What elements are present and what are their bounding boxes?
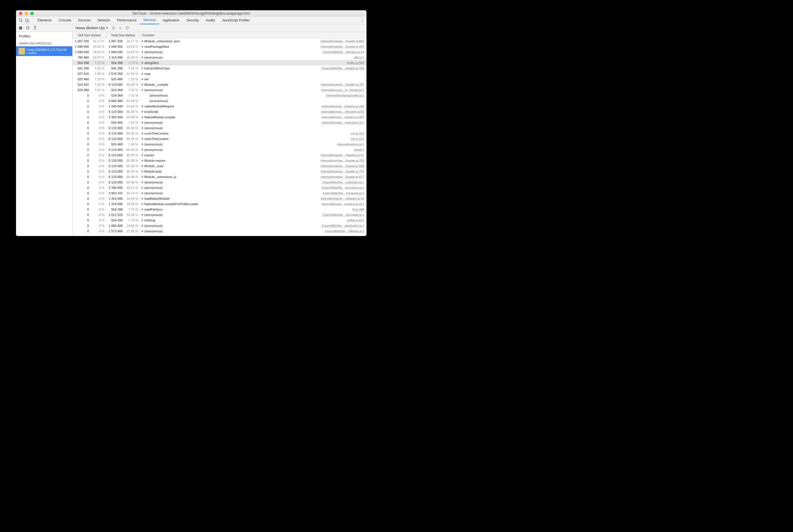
table-row[interactable]: 00 %3 953 19255.14 %(anonymous)/Users/fe… bbox=[73, 190, 367, 196]
tab-audits[interactable]: Audits bbox=[202, 17, 218, 24]
expand-icon[interactable] bbox=[142, 214, 143, 216]
expand-icon[interactable] bbox=[142, 176, 143, 178]
source-link[interactable]: internal/module…/loader.js:723 bbox=[321, 170, 367, 173]
table-row[interactable]: 786 48010.97 %1 314 09618.33 %(anonymous… bbox=[73, 55, 367, 60]
tab-sources[interactable]: Sources bbox=[75, 17, 94, 24]
table-row[interactable]: 00 %6 119 00085.36 %(anonymous)/Users/fe… bbox=[73, 179, 367, 185]
expand-icon[interactable] bbox=[142, 83, 143, 86]
table-row[interactable]: 00 %525 4807.33 %(anonymous)internal/opt… bbox=[73, 141, 367, 147]
source-link[interactable]: internal/module…/helpers.js:19 bbox=[321, 197, 367, 200]
table-row[interactable]: 00 %525 4807.33 %(anonymous)internal/boo… bbox=[73, 120, 367, 125]
source-link[interactable]: internal/bootst…loaders.js:287 bbox=[321, 115, 367, 119]
tab-application[interactable]: Application bbox=[159, 17, 183, 24]
table-row[interactable]: 00 %6 119 00085.36 %runInThisContextvm.j… bbox=[73, 136, 367, 141]
expand-icon[interactable] bbox=[142, 159, 143, 162]
table-row[interactable]: 00 %6 644 48092.69 %(anonymous) bbox=[73, 98, 367, 103]
expand-icon[interactable] bbox=[142, 219, 143, 222]
zoom-window-button[interactable] bbox=[30, 12, 34, 15]
table-row[interactable]: 524 3687.31 %524 3687.31 %(anonymous)int… bbox=[73, 87, 367, 93]
source-link[interactable]: internal/bootst…loaders.js:211 bbox=[321, 202, 367, 206]
source-link[interactable]: /Users/felix/De…s/index.js:158 bbox=[321, 66, 367, 70]
table-row[interactable]: 00 %1 049 84814.64 %nativeModuleRequirei… bbox=[73, 103, 367, 109]
table-row[interactable]: 00 %1 314 09618.33 %NativeModule.compile… bbox=[73, 201, 367, 207]
tab-console[interactable]: Console bbox=[55, 17, 75, 24]
tab-performance[interactable]: Performance bbox=[113, 17, 140, 24]
table-row[interactable]: 1 048 65614.63 %1 048 65614.63 %readPack… bbox=[73, 44, 367, 49]
eye-icon[interactable] bbox=[110, 26, 117, 30]
source-link[interactable]: [eval]:1 bbox=[354, 148, 367, 151]
col-total-size[interactable]: Total Size (bytes) bbox=[106, 32, 140, 38]
table-row[interactable]: 541 2887.55 %541 2887.55 %forEachMimeTyp… bbox=[73, 65, 367, 71]
source-link[interactable]: buffer.js:622 bbox=[347, 218, 367, 222]
table-row[interactable]: 00 %1 611 52022.48 %(anonymous)/Users/fe… bbox=[73, 212, 367, 217]
tab-javascript-profiler[interactable]: JavaScript Profiler bbox=[219, 17, 253, 24]
expand-icon[interactable] bbox=[142, 116, 143, 118]
source-link[interactable]: /Users/felix/De…t/lib/har.js:1 bbox=[325, 229, 367, 233]
refresh-icon[interactable] bbox=[124, 26, 131, 30]
profile-item[interactable]: Heap.20190913.121710.540 Loaded bbox=[16, 46, 72, 56]
table-row[interactable]: 525 4807.33 %525 4807.33 %set bbox=[73, 76, 367, 82]
view-mode-dropdown[interactable]: Heavy (Bottom Up) ▼ bbox=[75, 26, 110, 30]
table-row[interactable]: 00 %524 3687.31 %(anonymous)internal/boo… bbox=[73, 93, 367, 98]
source-link[interactable]: /Users/felix/De…pes/index.js:1 bbox=[321, 224, 367, 227]
more-tabs-icon[interactable]: ⋮ bbox=[359, 18, 365, 23]
table-row[interactable]: 527 6167.36 %1 576 25621.99 %map bbox=[73, 71, 367, 76]
expand-icon[interactable] bbox=[142, 138, 143, 140]
expand-icon[interactable] bbox=[142, 197, 143, 200]
minimize-window-button[interactable] bbox=[24, 12, 28, 15]
source-link[interactable]: vm.js:312 bbox=[351, 132, 367, 135]
source-link[interactable]: internal/options.js:1 bbox=[337, 142, 367, 146]
expand-icon[interactable] bbox=[142, 165, 143, 167]
expand-icon[interactable] bbox=[142, 51, 143, 53]
expand-icon[interactable] bbox=[142, 78, 143, 80]
expand-icon[interactable] bbox=[142, 170, 143, 173]
source-link[interactable]: zlib.js:1 bbox=[354, 56, 367, 59]
source-link[interactable]: internal/proces…xecution.js:55 bbox=[321, 110, 367, 113]
table-row[interactable]: 554 2887.73 %554 2887.73 %stringSlicebuf… bbox=[73, 60, 367, 65]
expand-icon[interactable] bbox=[142, 187, 143, 189]
table-row[interactable]: 00 %1 314 09618.33 %loadNativeModuleinte… bbox=[73, 196, 367, 201]
expand-icon[interactable] bbox=[142, 56, 143, 59]
expand-icon[interactable] bbox=[142, 73, 143, 75]
table-row[interactable]: 00 %6 119 00085.36 %runInThisContextvm.j… bbox=[73, 131, 367, 136]
source-link[interactable]: /Users/felix/De…t/request.js:1 bbox=[323, 191, 367, 195]
source-link[interactable]: /Users/felix/De…ib/cookie.js:1 bbox=[322, 213, 367, 216]
expand-icon[interactable] bbox=[142, 230, 143, 232]
table-row[interactable]: 00 %1 065 60814.86 %(anonymous)/Users/fe… bbox=[73, 223, 367, 228]
expand-icon[interactable] bbox=[142, 127, 143, 129]
clear-button[interactable] bbox=[26, 26, 30, 31]
table-row[interactable]: 00 %6 119 00085.36 %Module._loadinternal… bbox=[73, 163, 367, 169]
record-button[interactable] bbox=[19, 26, 22, 30]
expand-icon[interactable] bbox=[142, 105, 143, 108]
expand-icon[interactable] bbox=[142, 45, 143, 48]
device-toolbar-icon[interactable] bbox=[24, 17, 30, 23]
table-row[interactable]: 00 %6 119 00085.36 %Module.loadinternal/… bbox=[73, 169, 367, 174]
expand-icon[interactable] bbox=[142, 203, 143, 205]
expand-icon[interactable] bbox=[142, 143, 143, 146]
source-link[interactable]: internal/module…/loader.js:599 bbox=[321, 164, 367, 168]
col-self-size[interactable]: Self Size (bytes) bbox=[73, 32, 106, 38]
source-link[interactable]: vm.js:121 bbox=[351, 137, 367, 140]
table-row[interactable]: 00 %554 2887.73 %toStringbuffer.js:622 bbox=[73, 217, 367, 223]
tab-memory[interactable]: Memory bbox=[140, 17, 159, 24]
table-row[interactable]: 00 %2 165 80830.21 %(anonymous)/Users/fe… bbox=[73, 185, 367, 190]
table-row[interactable]: 00 %1 573 48821.95 %(anonymous)/Users/fe… bbox=[73, 228, 367, 234]
table-row[interactable]: 00 %6 119 00085.36 %evalScriptinternal/p… bbox=[73, 109, 367, 114]
table-row[interactable]: 524 8327.32 %6 119 00085.36 %Module._com… bbox=[73, 82, 367, 87]
expand-icon[interactable] bbox=[142, 67, 143, 70]
expand-icon[interactable] bbox=[142, 208, 143, 211]
inspect-element-icon[interactable] bbox=[18, 17, 24, 23]
table-row[interactable]: 00 %6 119 00085.36 %Module._extensions..… bbox=[73, 174, 367, 179]
table-row[interactable]: 00 %2 363 94432.98 %NativeModule.compile… bbox=[73, 114, 367, 120]
source-link[interactable]: internal/module…/loader.js:877 bbox=[321, 175, 367, 178]
source-link[interactable]: internal/bootst…loaders.js:183 bbox=[321, 104, 367, 108]
source-link[interactable]: internal/module…/loader.js:884 bbox=[321, 39, 367, 43]
table-row[interactable]: 00 %6 119 00085.36 %(anonymous) bbox=[73, 125, 367, 131]
expand-icon[interactable] bbox=[142, 225, 143, 227]
source-link[interactable]: fs.js:346 bbox=[352, 208, 367, 211]
table-row[interactable]: 1 087 20015.17 %1 087 20015.17 %Module._… bbox=[73, 38, 367, 44]
table-row[interactable]: 00 %554 2887.73 %readFileSyncfs.js:346 bbox=[73, 207, 367, 212]
close-icon[interactable] bbox=[117, 26, 124, 30]
source-link[interactable]: /Users/felix/De…sl/index.js:14 bbox=[322, 50, 367, 54]
source-link[interactable]: internal/proces…er_thread.js:1 bbox=[321, 88, 367, 92]
